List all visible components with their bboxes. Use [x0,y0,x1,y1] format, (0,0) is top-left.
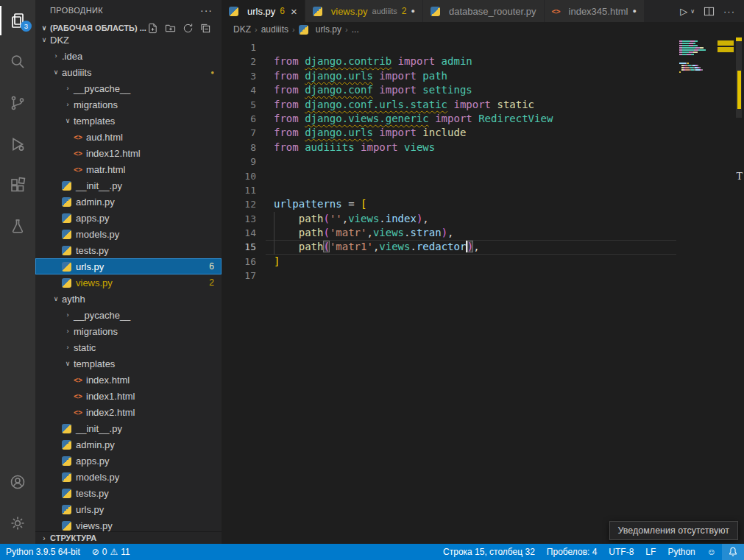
tab-database_roouter.py[interactable]: database_roouter.py [423,0,545,22]
language-mode-status[interactable]: Python [662,544,701,560]
overview-ruler[interactable]: T [734,22,744,544]
python-icon [299,25,308,35]
notifications-bell-icon[interactable] [722,544,744,560]
breadcrumb-item-audiiits[interactable]: audiiits [261,24,288,35]
split-editor-icon[interactable] [704,6,715,17]
code-line-14[interactable]: 14 path('matr',views.stran), [222,226,744,240]
chevron-right-icon: › [62,344,74,351]
code-line-2[interactable]: 2from django.contrib import admin [222,54,744,68]
run-debug-icon[interactable] [0,124,35,165]
search-icon[interactable] [0,41,35,82]
breadcrumb-item-...[interactable]: ... [352,24,359,35]
code-line-7[interactable]: 7from django.urls import include [222,126,744,140]
python-icon [229,7,238,16]
breadcrumb-item-urls.py[interactable]: urls.py [299,24,341,35]
account-icon[interactable] [0,461,35,503]
code-editor[interactable]: 12from django.contrib import admin3from … [222,37,744,544]
tree-item-admin.py[interactable]: admin.py [35,436,222,453]
feedback-icon[interactable]: ☺ [701,544,722,560]
tree-item-admin.py[interactable]: admin.py [35,194,222,210]
new-folder-icon[interactable] [165,23,176,34]
tree-item-aythh[interactable]: ∨aythh [35,291,222,307]
chevron-right-icon: › [255,25,258,34]
testing-icon[interactable] [0,206,35,247]
code-line-17[interactable]: 17 [222,269,744,283]
code-line-16[interactable]: 16] [222,255,744,269]
python-interpreter-status[interactable]: Python 3.9.5 64-bit [0,544,86,560]
code-line-13[interactable]: 13 path('',views.index), [222,212,744,226]
tree-item-urls.py[interactable]: urls.py [35,501,222,517]
tree-item-views.py[interactable]: views.py [35,517,222,531]
tree-item-migrations[interactable]: ›migrations [35,96,222,113]
chevron-right-icon: › [50,52,62,60]
tree-item-DKZ[interactable]: ∨DKZ [35,35,222,48]
run-dropdown-icon[interactable]: ∨ [690,8,695,15]
tree-item-index.html[interactable]: <>index.html [35,372,222,388]
code-line-3[interactable]: 3from django.urls import path [222,69,744,83]
code-line-6[interactable]: 6from django.views.generic import Redire… [222,112,744,126]
tree-item-label: __pycache__ [74,83,130,94]
tree-item-models.py[interactable]: models.py [35,469,222,485]
minimap[interactable] [679,38,734,76]
extensions-icon[interactable] [0,165,35,206]
tab-label: index345.html [569,6,628,17]
new-file-icon[interactable] [147,23,158,34]
tree-item-__pycache__[interactable]: ›__pycache__ [35,80,222,96]
code-line-8[interactable]: 8from audiiits import views [222,141,744,155]
indentation-status[interactable]: Пробелов: 4 [541,544,603,560]
explorer-icon[interactable]: 3 [0,0,35,41]
tree-item-.idea[interactable]: ›.idea [35,48,222,64]
tree-item-views.py[interactable]: views.py2 [35,274,222,291]
tree-item-index1.html[interactable]: <>index1.html [35,388,222,404]
eol-status[interactable]: LF [640,544,662,560]
tab-index345.html[interactable]: <>index345.html● [545,0,645,22]
breadcrumb-label: DKZ [233,24,251,35]
tree-item-models.py[interactable]: models.py [35,226,222,242]
tree-item-aud.html[interactable]: <>aud.html [35,129,222,145]
tree-item-index12.html[interactable]: <>index12.html [35,145,222,161]
code-line-1[interactable]: 1 [222,40,744,54]
tab-bar: urls.py6×views.pyaudiiits2●database_roou… [222,0,744,22]
workspace-section-header[interactable]: ∨ (РАБОЧАЯ ОБЛАСТЬ) ... [35,21,222,35]
tree-item-templates[interactable]: ∨templates [35,355,222,372]
code-line-12[interactable]: 12urlpatterns = [ [222,197,744,211]
tree-item-templates[interactable]: ∨templates [35,113,222,129]
more-actions-icon[interactable]: ··· [723,6,735,17]
tree-item-audiiits[interactable]: ∨audiiits● [35,64,222,80]
tree-item-index2.html[interactable]: <>index2.html [35,404,222,420]
code-line-15[interactable]: 15 path('matr1',views.redactor), [222,240,744,254]
outline-section-header[interactable]: › СТРУКТУРА [35,531,222,544]
source-control-icon[interactable] [0,82,35,124]
close-icon[interactable]: × [291,5,297,18]
explorer-badge: 3 [21,21,32,32]
tree-item-urls.py[interactable]: urls.py6 [35,258,222,274]
sidebar-more-actions-icon[interactable]: ··· [200,4,213,16]
tab-views.py[interactable]: views.pyaudiiits2● [305,0,423,22]
run-file-icon[interactable]: ▷ [680,6,687,17]
tree-item-__init__.py[interactable]: __init__.py [35,420,222,436]
breadcrumb-item-DKZ[interactable]: DKZ [233,24,251,35]
tree-item-tests.py[interactable]: tests.py [35,242,222,258]
tree-item-__init__.py[interactable]: __init__.py [35,177,222,194]
tree-item-static[interactable]: ›static [35,339,222,355]
tree-item-label: migrations [74,99,118,110]
code-line-9[interactable]: 9 [222,155,744,169]
code-line-11[interactable]: 11 [222,183,744,197]
tree-item-apps.py[interactable]: apps.py [35,210,222,226]
settings-gear-icon[interactable] [0,503,35,544]
tree-item-matr.html[interactable]: <>matr.html [35,161,222,177]
collapse-folders-icon[interactable] [200,23,211,34]
refresh-icon[interactable] [183,23,194,34]
encoding-status[interactable]: UTF-8 [603,544,640,560]
code-line-5[interactable]: 5from django.conf.urls.static import sta… [222,98,744,112]
cursor-position-status[interactable]: Строка 15, столбец 32 [437,544,541,560]
tree-item-apps.py[interactable]: apps.py [35,453,222,469]
code-line-10[interactable]: 10 [222,169,744,183]
tab-description: audiiits [372,7,397,15]
code-line-4[interactable]: 4from django.conf import settings [222,83,744,97]
tab-urls.py[interactable]: urls.py6× [222,0,305,22]
tree-item-__pycache__[interactable]: ›__pycache__ [35,307,222,323]
problems-status[interactable]: ⊘ 0 ⚠ 11 [86,544,136,560]
tree-item-tests.py[interactable]: tests.py [35,485,222,501]
tree-item-migrations[interactable]: ›migrations [35,323,222,339]
